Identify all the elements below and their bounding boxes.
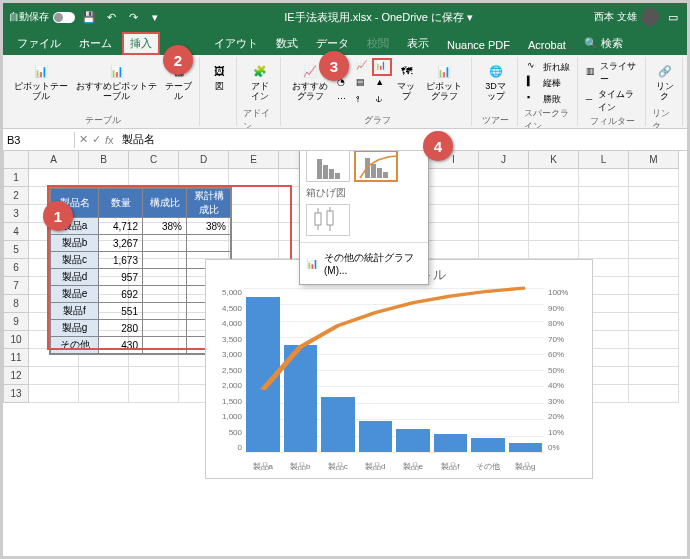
cancel-icon[interactable]: ✕ [79,133,88,146]
redo-icon[interactable]: ↷ [125,9,141,25]
sparkline-line-button[interactable]: ∿折れ線 [525,59,572,75]
y-axis-secondary: 100%90%80%70%60%50%40%30%20%10%0% [548,288,586,452]
fx-icon[interactable]: fx [105,134,114,146]
row-head-2[interactable]: 2 [3,187,29,205]
recommended-pivot-button[interactable]: 📊おすすめピボットテーブル [73,59,160,104]
more-stat-charts-link[interactable]: 📊 その他の統計グラフ(M)... [300,247,428,280]
row-head-7[interactable]: 7 [3,277,29,295]
autosave-toggle[interactable]: 自動保存 [9,10,75,24]
slicer-button[interactable]: ▥スライサー [584,59,641,87]
pivot-table-button[interactable]: 📊ピボットテーブル [11,59,71,104]
svg-rect-3 [327,211,333,225]
histogram-thumb[interactable] [306,151,350,182]
boxplot-section-label: 箱ひげ図 [300,184,428,202]
avatar-icon [641,8,659,26]
tab-nuance[interactable]: Nuance PDF [439,35,518,55]
row-head-5[interactable]: 5 [3,241,29,259]
file-title[interactable]: IE手法表現用.xlsx - OneDrive に保存 ▾ [169,10,588,25]
tab-search[interactable]: 🔍 検索 [576,32,631,55]
plot-area [244,288,544,452]
pareto-thumb[interactable] [354,151,398,182]
bar-chart-icon[interactable]: ▤ [354,76,372,92]
col-head-K[interactable]: K [529,151,579,169]
name-box[interactable]: B3 [3,132,75,148]
addins-button[interactable]: 🧩アドイン [243,59,276,104]
statistics-chart-dropdown: ヒストグラム 箱ひげ図 📊 その他の統計グラフ(M)... [299,151,429,285]
spreadsheet-grid[interactable]: ABCDEFGHIJKLM 12345678910111213 製品名数量構成比… [3,151,687,556]
tab-home[interactable]: ホーム [71,32,120,55]
callout-1: 1 [43,201,73,231]
row-head-12[interactable]: 12 [3,367,29,385]
row-head-13[interactable]: 13 [3,385,29,403]
undo-icon[interactable]: ↶ [103,9,119,25]
toggle-off-icon[interactable] [53,12,75,23]
maps-button[interactable]: 🗺マップ [393,59,419,104]
row-head-8[interactable]: 8 [3,295,29,313]
line-chart-icon[interactable]: 📈 [354,59,372,75]
scatter-chart-icon[interactable]: ⋯ [335,93,353,109]
chart-icon: 📊 [306,258,318,269]
x-axis: 製品a製品b製品c製品d製品e製品fその他製品g [244,461,544,472]
sparkline-column-button[interactable]: ▍縦棒 [525,75,572,91]
row-head-4[interactable]: 4 [3,223,29,241]
col-head-M[interactable]: M [629,151,679,169]
save-icon[interactable]: 💾 [81,9,97,25]
tab-insert[interactable]: 挿入 [122,32,160,55]
formula-input[interactable]: 製品名 [118,130,687,149]
col-head-A[interactable]: A [29,151,79,169]
col-head-E[interactable]: E [229,151,279,169]
statistics-chart-button[interactable]: 📊 [373,59,391,75]
sparkline-winloss-button[interactable]: ▪勝敗 [525,91,572,107]
col-head-B[interactable]: B [79,151,129,169]
row-head-1[interactable]: 1 [3,169,29,187]
col-head-L[interactable]: L [579,151,629,169]
chart-preview[interactable]: グラフ タイトル 5,0004,5004,0003,5003,0002,5002… [205,259,593,479]
col-head-D[interactable]: D [179,151,229,169]
tab-review[interactable]: 校閲 [359,32,397,55]
tab-acrobat[interactable]: Acrobat [520,35,574,55]
row-head-3[interactable]: 3 [3,205,29,223]
select-all-corner[interactable] [3,151,29,169]
formula-bar: B3 ✕ ✓ fx 製品名 [3,129,687,151]
tab-formulas[interactable]: 数式 [268,32,306,55]
col-head-J[interactable]: J [479,151,529,169]
row-head-11[interactable]: 11 [3,349,29,367]
3d-map-button[interactable]: 🌐3Dマップ [478,59,512,104]
col-head-C[interactable]: C [129,151,179,169]
enter-icon[interactable]: ✓ [92,133,101,146]
row-head-10[interactable]: 10 [3,331,29,349]
callout-2: 2 [163,45,193,75]
row-head-6[interactable]: 6 [3,259,29,277]
title-bar: 自動保存 💾 ↶ ↷ ▾ IE手法表現用.xlsx - OneDrive に保存… [3,3,687,31]
row-head-9[interactable]: 9 [3,313,29,331]
link-button[interactable]: 🔗リンク [652,59,678,104]
tab-file[interactable]: ファイル [9,32,69,55]
stock-chart-icon[interactable]: ⫯ [354,93,372,109]
callout-4: 4 [423,131,453,161]
svg-rect-0 [315,213,321,225]
menu-tabs: ファイル ホーム 挿入 ページレイアウト 数式 データ 校閲 表示 Nuance… [3,31,687,55]
tab-view[interactable]: 表示 [399,32,437,55]
callout-3: 3 [319,51,349,81]
pivot-chart-button[interactable]: 📊ピボットグラフ [421,59,467,104]
user-account[interactable]: 西本 文雄 [594,8,659,26]
combo-chart-icon[interactable]: ⫝ [373,93,391,109]
y-axis: 5,0004,5004,0003,5003,0002,5002,0001,500… [212,288,242,452]
ribbon-options-icon[interactable]: ▭ [665,9,681,25]
area-chart-icon[interactable]: ▲ [373,76,391,92]
boxplot-thumb[interactable] [306,204,350,236]
timeline-button[interactable]: ─タイムライン [584,87,641,115]
illustrations-button[interactable]: 🖼図 [206,59,232,94]
qat-more-icon[interactable]: ▾ [147,9,163,25]
